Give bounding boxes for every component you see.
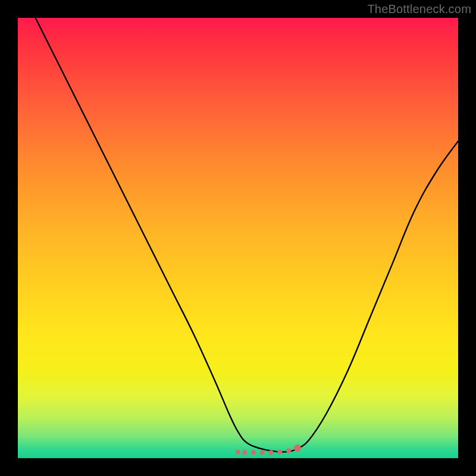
chart-svg xyxy=(18,18,458,458)
valley-marker xyxy=(277,450,282,455)
valley-marker xyxy=(294,444,301,452)
valley-marker xyxy=(260,450,265,455)
valley-markers xyxy=(236,444,301,455)
attribution-text: TheBottleneck.com xyxy=(367,2,471,16)
bottleneck-curve xyxy=(36,18,458,452)
valley-marker xyxy=(251,450,256,455)
valley-marker xyxy=(286,448,291,453)
valley-marker xyxy=(236,450,240,455)
valley-marker xyxy=(242,450,247,455)
chart-frame: TheBottleneck.com xyxy=(0,0,476,476)
valley-marker xyxy=(269,450,274,455)
plot-area xyxy=(18,18,458,458)
